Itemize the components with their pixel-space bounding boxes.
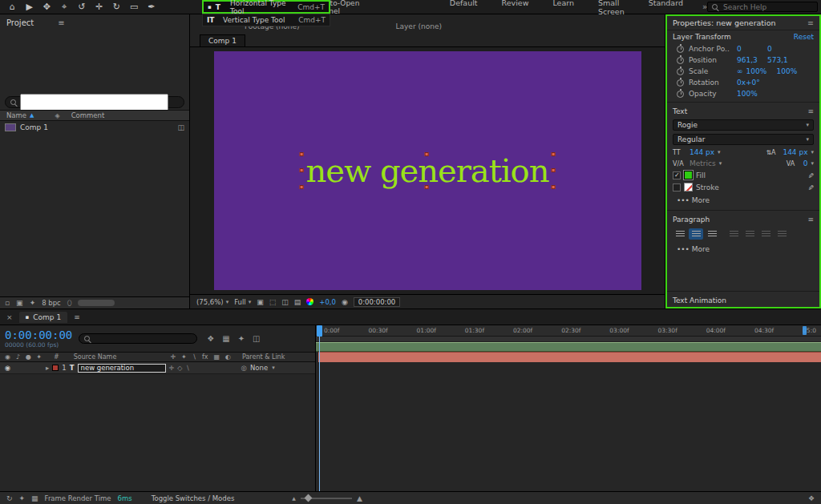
position-x-value[interactable]: 961,3 bbox=[737, 56, 762, 64]
label-column-icon[interactable]: ◈ bbox=[55, 112, 59, 119]
new-composition-icon[interactable]: ✦ bbox=[30, 299, 36, 307]
shy-icon[interactable]: ✛ bbox=[170, 353, 176, 361]
sort-asc-icon[interactable]: ▲ bbox=[30, 112, 34, 119]
panel-menu-icon[interactable]: ≡ bbox=[74, 313, 80, 321]
layer-fx-icon[interactable]: ∖ bbox=[185, 365, 189, 372]
selection-handle[interactable] bbox=[551, 185, 555, 189]
trash-icon[interactable]: ⬯ bbox=[67, 299, 72, 308]
preview-time-field[interactable]: 0:00:00:00 bbox=[354, 297, 400, 307]
grid-status-icon[interactable]: ▦ bbox=[31, 494, 38, 502]
column-parent-link[interactable]: Parent & Link bbox=[242, 353, 311, 361]
chevron-down-icon[interactable]: ▾ bbox=[811, 149, 814, 155]
eyedropper-icon[interactable]: ✎ bbox=[807, 184, 815, 191]
position-y-value[interactable]: 573,1 bbox=[767, 56, 788, 64]
timeline-search[interactable] bbox=[79, 333, 197, 344]
parent-link-select[interactable]: None ▾ bbox=[250, 364, 311, 372]
panel-menu-icon[interactable]: ≡ bbox=[58, 18, 64, 27]
project-panel-tab[interactable]: Project bbox=[6, 18, 34, 27]
fx-icon[interactable]: fx bbox=[202, 353, 208, 361]
timeline-tab-comp1[interactable]: ▪ Comp 1 bbox=[19, 312, 68, 323]
kerning-mode-value[interactable]: Metrics bbox=[690, 159, 716, 167]
work-area-strip[interactable] bbox=[316, 337, 821, 342]
toggle-switches-modes-button[interactable]: Toggle Switches / Modes bbox=[152, 494, 235, 502]
pen-tool-icon[interactable]: ✒ bbox=[143, 0, 160, 14]
selection-handle[interactable] bbox=[300, 185, 304, 189]
tracking-value[interactable]: 0 bbox=[803, 159, 808, 167]
current-timecode[interactable]: 0:00:00:00 bbox=[5, 329, 72, 341]
font-family-select[interactable]: Rogie ▾ bbox=[673, 119, 814, 131]
project-item-name[interactable]: Comp 1 bbox=[20, 123, 48, 131]
anchor-x-value[interactable]: 0 bbox=[737, 45, 762, 53]
layer-duration-bar[interactable] bbox=[318, 352, 821, 362]
layer-expander-icon[interactable]: ▸ bbox=[46, 364, 49, 372]
fill-checkbox[interactable] bbox=[673, 171, 681, 179]
justify-last-center-button[interactable] bbox=[742, 228, 757, 240]
stopwatch-icon[interactable] bbox=[677, 68, 684, 75]
section-menu-icon[interactable]: ≡ bbox=[807, 107, 814, 115]
align-right-button[interactable] bbox=[705, 228, 719, 240]
workspace-tab-standard[interactable]: Standard bbox=[649, 0, 683, 16]
selection-handle[interactable] bbox=[300, 152, 304, 156]
motion-blur-icon[interactable]: ◫ bbox=[253, 334, 260, 343]
text-more-button[interactable]: ••• More bbox=[667, 193, 819, 208]
comp-button-icon[interactable]: ❖ bbox=[808, 494, 815, 502]
stopwatch-icon[interactable] bbox=[677, 57, 684, 64]
text-layer-bounding-box[interactable]: new generation bbox=[302, 155, 553, 187]
audio-column-icon[interactable]: ♪ bbox=[14, 353, 22, 361]
magnification-select[interactable]: (75,6%) ▾ bbox=[196, 298, 229, 306]
timeline-search-input[interactable] bbox=[93, 334, 192, 344]
selection-handle[interactable] bbox=[425, 152, 429, 156]
zoom-slider-thumb[interactable] bbox=[305, 494, 313, 502]
home-icon[interactable]: ⌂ bbox=[3, 0, 21, 14]
zoom-in-icon[interactable]: ▲ bbox=[357, 494, 362, 502]
stopwatch-icon[interactable] bbox=[677, 79, 684, 87]
visibility-column-icon[interactable]: ◉ bbox=[4, 353, 11, 361]
stopwatch-icon[interactable] bbox=[677, 91, 684, 98]
frame-blend-icon[interactable]: ✦ bbox=[238, 334, 245, 343]
close-icon[interactable]: × bbox=[6, 313, 13, 321]
zoom-out-icon[interactable]: ▲ bbox=[292, 495, 296, 501]
frame-blend-status-icon[interactable]: ✦ bbox=[19, 494, 26, 502]
pan-behind-tool-icon[interactable]: ✛ bbox=[91, 0, 108, 14]
align-left-button[interactable] bbox=[673, 228, 687, 240]
chevron-down-icon[interactable]: ▾ bbox=[719, 160, 722, 167]
time-ruler[interactable]: 0:00f 00:30f 01:00f 01:30f 02:00f 02:30f… bbox=[316, 325, 821, 337]
rotation-value[interactable]: 0x+0° bbox=[737, 79, 760, 87]
project-item-comp1[interactable]: Comp 1 ◫ bbox=[0, 121, 189, 133]
workspace-tab-default[interactable]: Default bbox=[450, 0, 478, 16]
resolution-select[interactable]: Full ▾ bbox=[234, 298, 251, 306]
layer-visibility-icon[interactable]: ◉ bbox=[4, 364, 11, 372]
render-status-icon[interactable]: ↻ bbox=[6, 494, 13, 502]
menu-item-vertical-type-tool[interactable]: IT Vertical Type Tool Cmd+T bbox=[202, 14, 330, 26]
draft-3d-icon[interactable]: ▦ bbox=[222, 334, 229, 343]
chevron-down-icon[interactable]: ▾ bbox=[811, 160, 814, 167]
hand-tool-icon[interactable]: ✥ bbox=[38, 0, 56, 14]
solo-column-icon[interactable]: ● bbox=[25, 353, 32, 361]
column-comment[interactable]: Comment bbox=[71, 111, 105, 119]
frame-blend-column-icon[interactable]: ▦ bbox=[213, 353, 220, 361]
choose-grid-icon[interactable]: ▣ bbox=[257, 298, 264, 306]
selection-handle[interactable] bbox=[300, 168, 304, 172]
tab-comp1[interactable]: Comp 1 bbox=[200, 34, 245, 46]
stroke-checkbox[interactable] bbox=[673, 183, 681, 192]
scale-y-value[interactable]: 100% bbox=[777, 67, 798, 75]
exposure-value[interactable]: +0,0 bbox=[319, 298, 336, 306]
zoom-tool-icon[interactable]: ⌖ bbox=[55, 0, 73, 14]
layer-row-1[interactable]: ◉ ▸ 1 T ✛ ◇ ∖ ◎ None ▾ bbox=[0, 362, 315, 374]
column-source-name[interactable]: Source Name bbox=[74, 353, 117, 361]
chevron-down-icon[interactable]: ▾ bbox=[718, 149, 721, 155]
motion-blur-column-icon[interactable]: ◐ bbox=[225, 353, 231, 361]
fill-color-swatch[interactable] bbox=[684, 171, 693, 179]
project-search-input[interactable] bbox=[20, 94, 168, 111]
mask-visibility-icon[interactable]: ◫ bbox=[281, 298, 289, 306]
new-folder-icon[interactable]: ▣ bbox=[16, 299, 23, 307]
selection-handle[interactable] bbox=[551, 168, 555, 172]
playhead-line[interactable] bbox=[319, 325, 320, 491]
justify-last-right-button[interactable] bbox=[758, 228, 773, 240]
justify-last-left-button[interactable] bbox=[726, 228, 741, 240]
help-search[interactable] bbox=[707, 2, 818, 12]
justify-all-button[interactable] bbox=[774, 228, 789, 240]
transparency-grid-icon[interactable]: ⬚ bbox=[269, 298, 277, 306]
column-name[interactable]: Name bbox=[6, 111, 26, 119]
help-search-input[interactable] bbox=[722, 2, 813, 12]
